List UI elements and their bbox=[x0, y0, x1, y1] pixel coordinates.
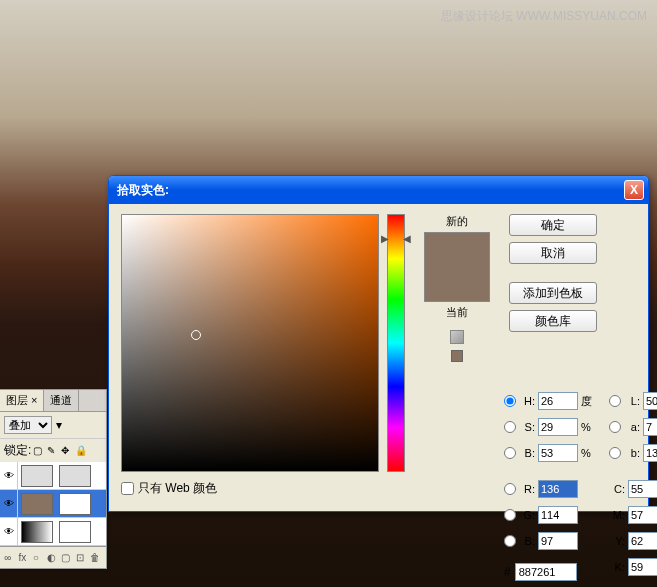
b-label: B: bbox=[519, 447, 535, 459]
web-colors-checkbox-row[interactable]: 只有 Web 颜色 bbox=[121, 478, 379, 497]
layer-row[interactable]: 👁 bbox=[0, 462, 106, 490]
layers-tabs: 图层 × 通道 bbox=[0, 390, 106, 412]
link-icon[interactable]: ∞ bbox=[4, 552, 16, 564]
web-colors-checkbox[interactable] bbox=[121, 482, 134, 495]
saturation-value-picker[interactable] bbox=[121, 214, 379, 472]
b2-label: B: bbox=[519, 535, 535, 547]
mask-icon[interactable]: ○ bbox=[33, 552, 45, 564]
lab-b-radio[interactable] bbox=[609, 447, 621, 459]
y-label: Y: bbox=[609, 535, 625, 547]
lab-b-label: b: bbox=[624, 447, 640, 459]
layer-thumb bbox=[21, 521, 53, 543]
nearest-color-swatch[interactable] bbox=[451, 350, 463, 362]
layers-footer: ∞ fx ○ ◐ ▢ ⊡ 🗑 bbox=[0, 546, 106, 568]
color-preview bbox=[424, 232, 490, 302]
lock-move-icon[interactable]: ✥ bbox=[61, 445, 73, 457]
r-radio[interactable] bbox=[504, 483, 516, 495]
layer-mask-thumb bbox=[59, 493, 91, 515]
lock-transparency-icon[interactable]: ▢ bbox=[33, 445, 45, 457]
layer-row[interactable]: 👁 bbox=[0, 490, 106, 518]
l-radio[interactable] bbox=[609, 395, 621, 407]
layers-panel: 图层 × 通道 叠加 ▾ 锁定: ▢ ✎ ✥ 🔒 👁 👁 👁 ∞ fx ○ bbox=[0, 389, 107, 569]
h-label: H: bbox=[519, 395, 535, 407]
current-color-swatch[interactable] bbox=[425, 267, 489, 301]
m-label: M: bbox=[609, 509, 625, 521]
new-color-label: 新的 bbox=[446, 214, 468, 229]
layer-thumb bbox=[21, 493, 53, 515]
trash-icon[interactable]: 🗑 bbox=[90, 552, 102, 564]
hex-input[interactable] bbox=[515, 563, 577, 581]
m-input[interactable] bbox=[628, 506, 657, 524]
a-label: a: bbox=[624, 421, 640, 433]
s-radio[interactable] bbox=[504, 421, 516, 433]
s-input[interactable] bbox=[538, 418, 578, 436]
hue-slider[interactable]: ▶ ◀ bbox=[387, 214, 405, 472]
blend-mode-select[interactable]: 叠加 bbox=[4, 416, 52, 434]
c-label: C: bbox=[609, 483, 625, 495]
tab-layers[interactable]: 图层 × bbox=[0, 390, 44, 411]
eye-icon[interactable]: 👁 bbox=[0, 462, 18, 490]
b-radio[interactable] bbox=[504, 447, 516, 459]
new-layer-icon[interactable]: ⊡ bbox=[76, 552, 88, 564]
b-input[interactable] bbox=[538, 444, 578, 462]
fx-icon[interactable]: fx bbox=[18, 552, 30, 564]
sv-cursor-icon bbox=[191, 330, 201, 340]
add-swatch-button[interactable]: 添加到色板 bbox=[509, 282, 597, 304]
h-radio[interactable] bbox=[504, 395, 516, 407]
lock-label: 锁定: bbox=[4, 442, 31, 459]
titlebar[interactable]: 拾取实色: X bbox=[109, 176, 648, 204]
lab-b-input[interactable] bbox=[643, 444, 657, 462]
b2-input[interactable] bbox=[538, 532, 578, 550]
color-picker-dialog: 拾取实色: X 只有 Web 颜色 ▶ ◀ 新的 当前 bbox=[108, 175, 649, 512]
hue-pointer-left-icon: ▶ bbox=[381, 233, 389, 244]
eye-icon[interactable]: 👁 bbox=[0, 490, 18, 518]
watermark: 思缘设计论坛 WWW.MISSYUAN.COM bbox=[441, 8, 647, 25]
a-input[interactable] bbox=[643, 418, 657, 436]
hash-label: # bbox=[504, 565, 511, 579]
l-input[interactable] bbox=[643, 392, 657, 410]
current-color-label: 当前 bbox=[446, 305, 468, 320]
color-library-button[interactable]: 颜色库 bbox=[509, 310, 597, 332]
blend-mode-row: 叠加 ▾ bbox=[0, 412, 106, 438]
web-colors-label: 只有 Web 颜色 bbox=[138, 480, 217, 497]
k-label: K: bbox=[609, 561, 625, 573]
adjustment-icon[interactable]: ◐ bbox=[47, 552, 59, 564]
chevron-down-icon: ▾ bbox=[56, 418, 62, 432]
folder-icon[interactable]: ▢ bbox=[61, 552, 73, 564]
b2-radio[interactable] bbox=[504, 535, 516, 547]
eye-icon[interactable]: 👁 bbox=[0, 518, 18, 546]
r-label: R: bbox=[519, 483, 535, 495]
h-input[interactable] bbox=[538, 392, 578, 410]
l-label: L: bbox=[624, 395, 640, 407]
k-input[interactable] bbox=[628, 558, 657, 576]
layers-list: 👁 👁 👁 bbox=[0, 462, 106, 546]
y-input[interactable] bbox=[628, 532, 657, 550]
g-radio[interactable] bbox=[504, 509, 516, 521]
r-input[interactable] bbox=[538, 480, 578, 498]
s-label: S: bbox=[519, 421, 535, 433]
lock-row: 锁定: ▢ ✎ ✥ 🔒 bbox=[0, 438, 106, 462]
g-label: G: bbox=[519, 509, 535, 521]
g-input[interactable] bbox=[538, 506, 578, 524]
close-button[interactable]: X bbox=[624, 180, 644, 200]
lock-brush-icon[interactable]: ✎ bbox=[47, 445, 59, 457]
dialog-title: 拾取实色: bbox=[117, 182, 624, 199]
c-input[interactable] bbox=[628, 480, 657, 498]
tab-channels[interactable]: 通道 bbox=[44, 390, 79, 411]
lock-all-icon[interactable]: 🔒 bbox=[75, 445, 87, 457]
cube-warning-icon[interactable] bbox=[450, 330, 464, 344]
layer-mask-thumb bbox=[59, 465, 91, 487]
a-radio[interactable] bbox=[609, 421, 621, 433]
layer-mask-thumb bbox=[59, 521, 91, 543]
hue-pointer-right-icon: ◀ bbox=[403, 233, 411, 244]
layer-row[interactable]: 👁 bbox=[0, 518, 106, 546]
ok-button[interactable]: 确定 bbox=[509, 214, 597, 236]
new-color-swatch[interactable] bbox=[425, 233, 489, 267]
cancel-button[interactable]: 取消 bbox=[509, 242, 597, 264]
layer-thumb bbox=[21, 465, 53, 487]
